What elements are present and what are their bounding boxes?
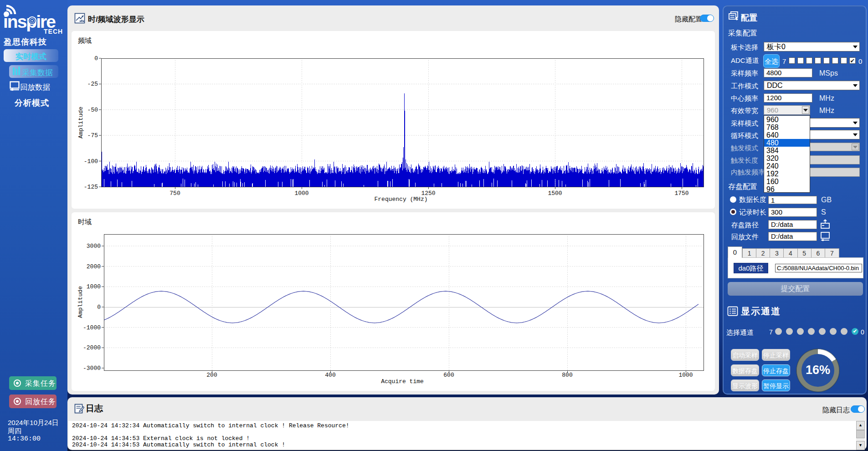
svg-text:400: 400 [325,372,335,379]
svg-text:800: 800 [562,372,572,379]
svg-text:600: 600 [443,372,454,379]
svg-text:3000: 3000 [87,243,101,250]
svg-text:Amplitude: Amplitude [77,286,84,318]
svg-text:-75: -75 [87,132,98,139]
svg-text:1000: 1000 [294,190,308,197]
svg-text:Frequency (MHz): Frequency (MHz) [374,196,427,203]
svg-text:-100: -100 [84,158,98,165]
svg-text:1750: 1750 [674,190,688,197]
svg-text:0: 0 [97,304,101,311]
svg-text:-25: -25 [87,81,98,87]
svg-text:1500: 1500 [548,190,562,197]
svg-text:-2000: -2000 [83,344,101,351]
svg-text:-1000: -1000 [83,324,101,331]
svg-text:-125: -125 [84,184,98,190]
svg-text:200: 200 [206,372,217,379]
svg-text:Acquire time: Acquire time [381,378,424,385]
svg-text:2000: 2000 [87,263,101,270]
svg-text:-50: -50 [87,107,98,113]
svg-text:0: 0 [94,55,98,62]
svg-text:750: 750 [169,190,180,197]
svg-text:Amplitude: Amplitude [77,107,84,138]
svg-text:-3000: -3000 [83,365,101,372]
svg-text:1000: 1000 [678,372,693,379]
svg-text:1000: 1000 [87,283,101,290]
